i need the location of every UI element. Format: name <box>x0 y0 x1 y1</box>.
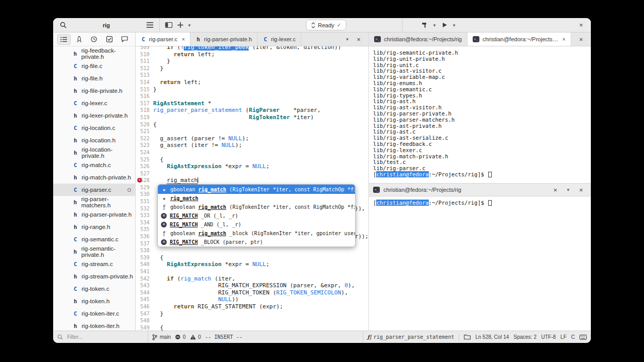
build-status-button[interactable]: Ready ✓ <box>306 20 346 30</box>
file-row[interactable]: hrig-feedback-private.h <box>53 47 135 60</box>
history-tab[interactable] <box>87 34 101 45</box>
build-dropdown[interactable]: ▾ <box>431 20 438 31</box>
run-dropdown[interactable]: ▾ <box>450 20 458 31</box>
file-row[interactable]: Crig-token.c <box>53 283 135 295</box>
language-setting[interactable]: C <box>571 334 575 340</box>
tab[interactable]: >_christian@fedora:~/Projects/rig <box>369 32 468 46</box>
terminal-line: lib/rig-semantic.c <box>373 87 591 93</box>
tab-close-icon[interactable]: × <box>562 36 566 42</box>
cursor-position[interactable]: Ln 528, Col 14 <box>475 334 509 340</box>
completion-selected-row[interactable]: ★gboolean rig_match (RigTokenIter *iter,… <box>158 185 355 194</box>
filter-field[interactable]: Filter... <box>53 331 148 343</box>
completion-popup: ★gboolean rig_match (RigTokenIter *iter,… <box>157 184 356 247</box>
run-button[interactable] <box>439 20 450 31</box>
file-type-icon: h <box>73 75 78 82</box>
file-type-icon: C <box>73 236 78 243</box>
branch-indicator[interactable]: main <box>152 334 171 340</box>
error-count[interactable]: 0 <box>175 334 186 340</box>
new-document-dropdown[interactable]: ▾ <box>186 20 193 31</box>
tab[interactable]: >_christian@fedora:~/Projects…× <box>468 32 571 46</box>
code-line: 515} <box>136 86 368 93</box>
file-row[interactable]: hrig-match-private.h <box>53 171 135 184</box>
file-name: rig-location.h <box>82 137 116 143</box>
todo-tab[interactable] <box>103 34 116 45</box>
encoding-setting[interactable]: UTF-8 <box>541 334 556 340</box>
file-row[interactable]: hrig-semantic-private.h <box>53 245 135 258</box>
tab[interactable]: hrig-parser-private.h <box>190 32 257 46</box>
terminal-dropdown[interactable]: ▾ <box>565 184 572 195</box>
line-ending-setting[interactable]: LF <box>560 334 567 340</box>
current-symbol[interactable]: ƒ| rig_parser_parse_statement <box>367 334 455 340</box>
completion-prefix: gboolean <box>170 187 195 192</box>
file-row[interactable]: hrig-token-iter.h <box>53 320 135 331</box>
line-number: 524 <box>136 149 153 156</box>
completion-item[interactable]: mRIG_MATCH_OR (_l, _r) <box>158 211 355 220</box>
terminal-bottom[interactable]: [christian@fedora:~/Projects/rig]$ <box>369 196 591 331</box>
tab-list-dropdown[interactable]: ▾ <box>344 34 351 45</box>
completion-item[interactable]: ★rig_match <box>158 194 355 203</box>
code-line: 539 { <box>136 254 368 261</box>
file-row[interactable]: hrig-file.h <box>53 72 135 85</box>
terminal-line: lib/rig-enums.h <box>373 80 591 87</box>
file-row[interactable]: Crig-location.c <box>53 122 135 134</box>
file-row[interactable]: Crig-stream.c <box>53 258 135 270</box>
toggle-panel-button[interactable] <box>163 20 174 31</box>
keyboard-button[interactable] <box>579 335 587 340</box>
star-icon: ★ <box>161 187 167 192</box>
file-row[interactable]: Crig-semantic.c <box>53 233 135 245</box>
line-number: 540 <box>136 261 153 268</box>
file-row[interactable]: Crig-lexer.c <box>53 97 135 109</box>
terminal-tabs: >_christian@fedora:~/Projects/rig>_chris… <box>369 32 571 46</box>
close-terminal-pane-button[interactable]: × <box>575 184 587 195</box>
sidebar: hrig-feedback-private.hCrig-file.chrig-f… <box>53 32 136 331</box>
line-number: 548 <box>136 317 153 324</box>
search-button[interactable] <box>57 20 69 31</box>
tab[interactable]: Crig-parser.c× <box>136 32 190 46</box>
file-row[interactable]: hrig-file-private.h <box>53 85 135 97</box>
menu-button[interactable] <box>144 20 155 31</box>
file-row[interactable]: hrig-parser-private.h <box>53 208 135 221</box>
file-name: rig-token-iter.h <box>82 323 120 329</box>
completion-item[interactable]: mRIG_MATCH_AND (_l, _r) <box>158 220 355 229</box>
terminal-top[interactable]: lib/rig-semantic-private.hlib/rig-unit-p… <box>369 46 591 183</box>
file-row[interactable]: hrig-stream-private.h <box>53 270 135 283</box>
line-number: 543 <box>136 282 153 289</box>
build-pipeline-tab[interactable] <box>72 34 86 45</box>
tab-close-icon[interactable]: × <box>182 36 185 42</box>
completion-item[interactable]: ƒgboolean rig_match_block (RigTokenIter … <box>158 229 355 238</box>
filter-placeholder: Filter... <box>67 334 83 340</box>
terminal-prompt: [christian@fedora:~/Projects/rig]$ <box>373 200 591 206</box>
file-row[interactable]: Crig-parser.c <box>53 184 135 196</box>
line-number: 541 <box>136 268 153 275</box>
warning-count-value: 0 <box>198 334 201 340</box>
completion-item[interactable]: ƒgboolean rig_match (RigTokenIter *iter,… <box>158 203 355 211</box>
close-page-button[interactable]: × <box>353 34 364 45</box>
file-row[interactable]: Crig-match.c <box>53 159 135 171</box>
line-number: 517 <box>136 100 153 107</box>
line-number: 546 <box>136 303 153 310</box>
code-line: 547 } <box>136 310 368 318</box>
file-row[interactable]: hrig-location.h <box>53 134 135 146</box>
project-tree-tab[interactable] <box>57 34 71 45</box>
divider <box>459 334 459 341</box>
file-row[interactable]: hrig-token.h <box>53 295 135 307</box>
line-number: 516 <box>136 93 153 100</box>
file-row[interactable]: hrig-parser-matchers.h <box>53 196 135 208</box>
close-terminal-tab-button[interactable]: × <box>550 184 561 195</box>
file-row[interactable]: Crig-token-iter.c <box>53 307 135 320</box>
project-folder-button[interactable] <box>464 334 471 340</box>
file-row[interactable]: hrig-lexer-private.h <box>53 109 135 122</box>
file-row[interactable]: hrig-location-private.h <box>53 146 135 159</box>
close-terminal-panel-button[interactable]: × <box>575 34 587 45</box>
file-row[interactable]: hrig-range.h <box>53 221 135 233</box>
indentation-setting[interactable]: Spaces: 2 <box>513 334 536 340</box>
completion-item[interactable]: mRIG_MATCH_BLOCK (parser, ptr) <box>158 238 355 246</box>
completion-match: rig_match <box>170 195 198 201</box>
warning-count[interactable]: 0 <box>190 334 201 340</box>
window-close-button[interactable]: × <box>575 20 587 31</box>
tab[interactable]: Crig-lexer.c <box>257 32 301 46</box>
file-row[interactable]: Crig-file.c <box>53 60 135 72</box>
comments-tab[interactable] <box>118 34 131 45</box>
new-document-button[interactable] <box>174 20 186 31</box>
build-button[interactable] <box>419 20 430 31</box>
